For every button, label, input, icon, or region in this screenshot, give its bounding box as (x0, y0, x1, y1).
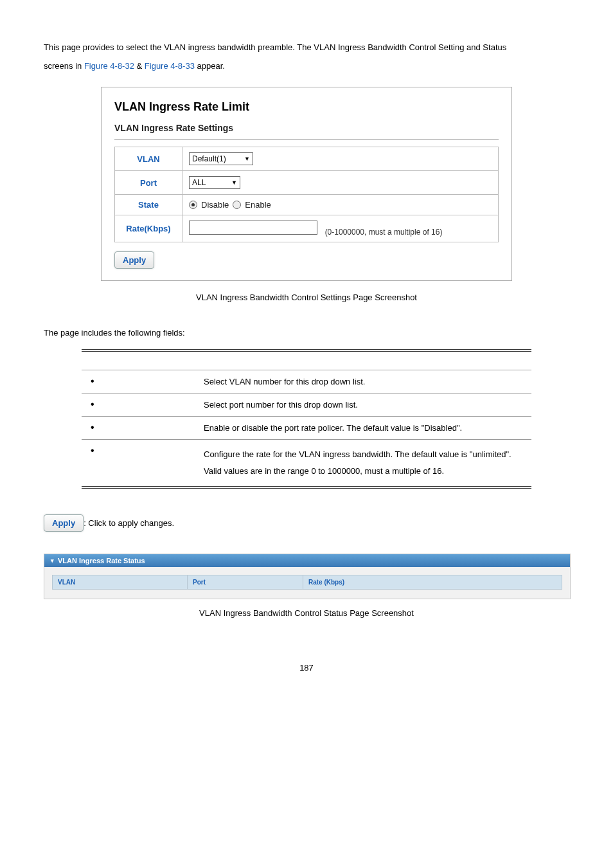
state-label: State (115, 195, 182, 215)
field-row-bullet: • (82, 416, 197, 439)
rate-input[interactable] (189, 221, 317, 235)
figure-link-2[interactable]: Figure 4-8-33 (145, 61, 195, 71)
chevron-down-icon: ▾ (51, 557, 54, 564)
field-row-bullet: • (82, 439, 197, 487)
status-titlebar[interactable]: ▾ VLAN Ingress Rate Status (44, 554, 570, 567)
state-enable-label: Enable (245, 200, 271, 210)
intro-text-2a: screens in (44, 61, 84, 71)
figure-link-1[interactable]: Figure 4-8-32 (84, 61, 134, 71)
settings-table: VLAN Default(1) ▼ Port ALL ▼ (114, 147, 499, 242)
intro-text-2b: appear. (195, 61, 225, 71)
field-desc-1: Select port number for this drop down li… (197, 393, 531, 416)
apply-button-screenshot[interactable]: Apply (114, 251, 154, 269)
screenshot-main-title: VLAN Ingress Rate Limit (114, 100, 499, 114)
chevron-down-icon: ▼ (244, 156, 250, 162)
intro-paragraph: This page provides to select the VLAN in… (44, 39, 569, 75)
apply-note-text: : Click to apply changes. (84, 518, 174, 528)
rate-hint: (0-1000000, must a multiple of 16) (325, 228, 443, 237)
state-disable-label: Disable (201, 200, 229, 210)
field-row-bullet: • (82, 393, 197, 416)
screenshot-subtitle: VLAN Ingress Rate Settings (114, 123, 499, 140)
port-select-value: ALL (192, 178, 206, 187)
vlan-label: VLAN (115, 147, 182, 171)
chevron-down-icon: ▼ (231, 179, 237, 186)
state-enable-radio[interactable] (233, 201, 241, 209)
status-screenshot: ▾ VLAN Ingress Rate Status VLAN Port Rat… (44, 554, 571, 599)
port-select[interactable]: ALL ▼ (189, 176, 240, 189)
status-col-port: Port (188, 575, 303, 589)
status-col-rate: Rate (Kbps) (303, 575, 562, 589)
field-row-bullet: • (82, 370, 197, 393)
field-desc-0: Select VLAN number for this drop down li… (197, 370, 531, 393)
port-label: Port (115, 171, 182, 195)
apply-button-inline[interactable]: Apply (44, 514, 84, 532)
page-number: 187 (44, 663, 569, 673)
apply-note-row: Apply : Click to apply changes. (44, 514, 569, 532)
intro-text-1: This page provides to select the VLAN in… (44, 42, 506, 52)
caption-1: VLAN Ingress Bandwidth Control Settings … (44, 293, 569, 302)
field-desc-3: Configure the rate for the VLAN ingress … (197, 439, 531, 487)
field-desc-2: Enable or disable the port rate policer.… (197, 416, 531, 439)
fields-table: • Select VLAN number for this drop down … (82, 349, 531, 489)
status-table: VLAN Port Rate (Kbps) (52, 575, 562, 590)
settings-screenshot: VLAN Ingress Rate Limit VLAN Ingress Rat… (101, 87, 512, 281)
rate-label: Rate(Kbps) (115, 215, 182, 242)
caption-2: VLAN Ingress Bandwidth Control Status Pa… (44, 608, 569, 618)
intro-amp: & (134, 61, 145, 71)
vlan-select[interactable]: Default(1) ▼ (189, 152, 253, 165)
vlan-select-value: Default(1) (192, 154, 226, 163)
fields-intro: The page includes the following fields: (44, 328, 569, 338)
status-bar-label: VLAN Ingress Rate Status (58, 557, 145, 565)
state-disable-radio[interactable] (189, 201, 197, 209)
status-col-vlan: VLAN (53, 575, 188, 589)
